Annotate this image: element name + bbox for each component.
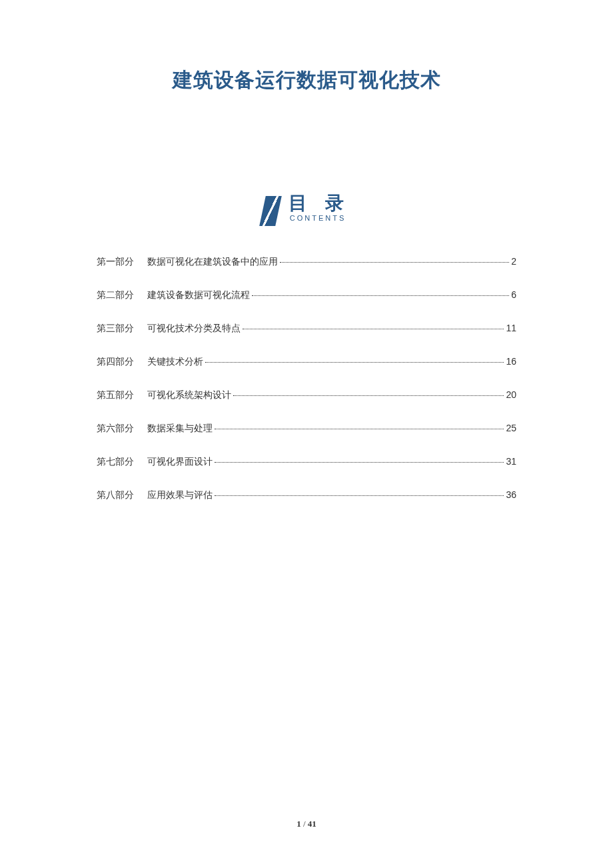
toc-title-wrap: 目 录 CONTENTS [285, 194, 351, 222]
toc-item-title: 关键技术分析 [147, 356, 203, 368]
toc-part-label: 第四部分 [97, 356, 134, 368]
toc-page-number: 6 [511, 289, 516, 300]
toc-heading: 目 录 [285, 194, 351, 213]
toc-list: 第一部分 数据可视化在建筑设备中的应用 2 第二部分 建筑设备数据可视化流程 6… [97, 256, 516, 501]
toc-part-label: 第三部分 [97, 323, 134, 335]
toc-part-label: 第一部分 [97, 256, 134, 268]
toc-item[interactable]: 第四部分 关键技术分析 16 [97, 356, 516, 368]
toc-leader-dots [252, 295, 509, 296]
toc-leader-dots [280, 262, 509, 263]
footer-separator: / [301, 819, 308, 829]
toc-item-title: 建筑设备数据可视化流程 [147, 289, 250, 301]
toc-leader-dots [215, 429, 504, 429]
toc-part-label: 第八部分 [97, 489, 134, 501]
toc-accent-icon [259, 196, 282, 226]
document-page: 建筑设备运行数据可视化技术 目 录 CONTENTS 第一部分 数据可视化在建筑… [0, 0, 613, 501]
toc-page-number: 25 [506, 423, 516, 433]
toc-item[interactable]: 第一部分 数据可视化在建筑设备中的应用 2 [97, 256, 516, 268]
toc-item-title: 可视化技术分类及特点 [147, 323, 241, 335]
toc-item-title: 可视化系统架构设计 [147, 389, 231, 401]
toc-item[interactable]: 第八部分 应用效果与评估 36 [97, 489, 516, 501]
page-title: 建筑设备运行数据可视化技术 [97, 67, 516, 94]
toc-part-label: 第五部分 [97, 389, 134, 401]
toc-item[interactable]: 第二部分 建筑设备数据可视化流程 6 [97, 289, 516, 301]
toc-item[interactable]: 第六部分 数据采集与处理 25 [97, 423, 516, 435]
toc-item[interactable]: 第五部分 可视化系统架构设计 20 [97, 389, 516, 401]
toc-item[interactable]: 第七部分 可视化界面设计 31 [97, 456, 516, 468]
toc-subheading: CONTENTS [290, 214, 346, 222]
toc-leader-dots [233, 395, 504, 396]
toc-item[interactable]: 第三部分 可视化技术分类及特点 11 [97, 323, 516, 335]
toc-leader-dots [215, 462, 504, 463]
toc-item-title: 可视化界面设计 [147, 456, 213, 468]
toc-part-label: 第六部分 [97, 423, 134, 435]
toc-page-number: 31 [506, 456, 516, 467]
toc-page-number: 16 [506, 356, 516, 367]
toc-part-label: 第七部分 [97, 456, 134, 468]
toc-leader-dots [215, 495, 504, 496]
page-footer: 1 / 41 [0, 819, 613, 829]
toc-item-title: 数据可视化在建筑设备中的应用 [147, 256, 278, 268]
toc-page-number: 36 [506, 489, 516, 500]
toc-leader-dots [243, 329, 504, 329]
toc-page-number: 20 [506, 389, 516, 400]
toc-page-number: 11 [506, 323, 516, 333]
toc-leader-dots [205, 362, 504, 363]
toc-part-label: 第二部分 [97, 289, 134, 301]
toc-header: 目 录 CONTENTS [97, 194, 516, 226]
toc-item-title: 应用效果与评估 [147, 489, 213, 501]
toc-item-title: 数据采集与处理 [147, 423, 213, 435]
toc-page-number: 2 [511, 256, 516, 267]
footer-total-pages: 41 [308, 819, 316, 829]
